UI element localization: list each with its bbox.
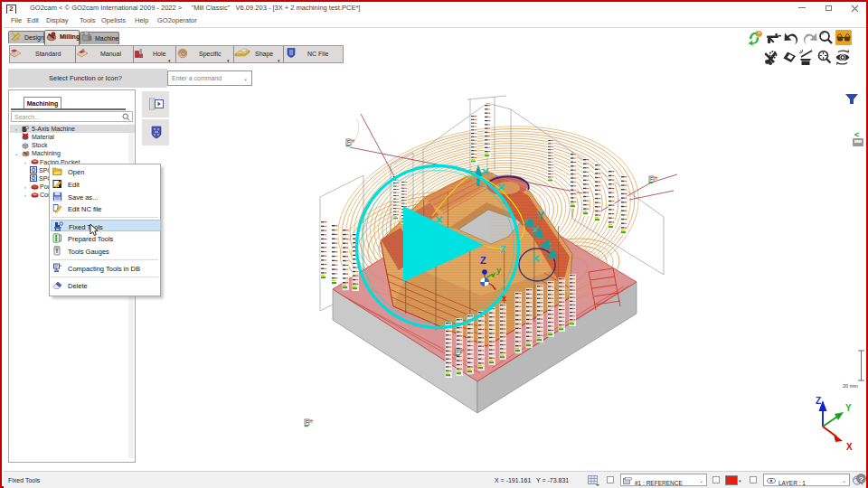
svg-text:Y: Y — [845, 403, 852, 413]
svg-text:<: < — [854, 130, 859, 139]
svg-text:Y: Y — [537, 210, 544, 222]
svg-text:Z: Z — [480, 255, 486, 266]
svg-text:Z: Z — [816, 396, 821, 406]
svg-text:y: y — [496, 266, 501, 275]
svg-text:Z: Z — [500, 245, 505, 255]
svg-text:X: X — [846, 442, 853, 452]
svg-text:x: x — [502, 294, 506, 303]
svg-text:20 mm: 20 mm — [843, 383, 858, 389]
svg-text:?: ? — [859, 475, 863, 483]
